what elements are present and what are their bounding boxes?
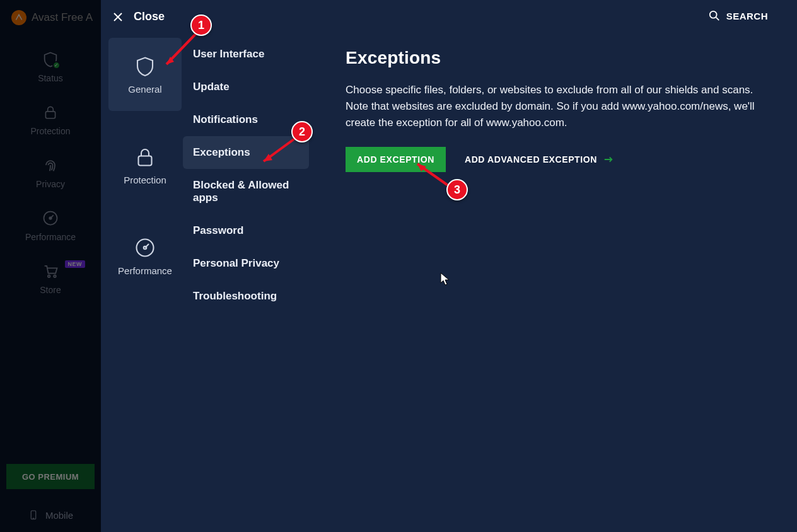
category-protection[interactable]: Protection (108, 129, 182, 202)
nav-store-label: Store (40, 285, 61, 295)
svg-rect-8 (139, 156, 152, 165)
setting-personal-privacy[interactable]: Personal Privacy (183, 247, 309, 280)
add-advanced-label: ADD ADVANCED EXCEPTION (465, 154, 597, 165)
svg-point-3 (48, 275, 50, 277)
settings-categories: General Protection Performance (101, 0, 183, 532)
add-advanced-exception-button[interactable]: ADD ADVANCED EXCEPTION (465, 154, 614, 165)
add-exception-button[interactable]: ADD EXCEPTION (346, 147, 446, 172)
nav-privacy-label: Privacy (36, 179, 65, 189)
status-ok-dot-icon: ✓ (52, 61, 61, 69)
setting-update[interactable]: Update (183, 71, 309, 103)
nav-protection-label: Protection (30, 126, 70, 136)
category-general-label: General (128, 84, 161, 95)
nav-status[interactable]: ✓ Status (0, 50, 101, 83)
close-label: Close (134, 10, 165, 23)
nav-store[interactable]: NEW Store (0, 262, 101, 295)
mobile-icon (28, 509, 39, 521)
gauge-outline-icon (134, 236, 156, 259)
category-protection-label: Protection (124, 175, 166, 185)
nav-privacy[interactable]: Privacy (0, 156, 101, 189)
app-sidebar: Avast Free A ✓ Status Protection Privacy… (0, 0, 101, 532)
settings-submenu: User Interface Update Notifications Exce… (183, 0, 314, 532)
close-button[interactable]: Close (112, 10, 165, 23)
cart-icon (42, 262, 59, 280)
avast-logo-icon (11, 10, 26, 25)
nav-performance-label: Performance (25, 232, 76, 242)
category-performance-label: Performance (118, 265, 172, 276)
nav-status-label: Status (38, 73, 63, 83)
nav-protection[interactable]: Protection (0, 103, 101, 136)
mobile-link[interactable]: Mobile (0, 509, 101, 521)
gauge-icon (42, 209, 59, 227)
app-logo-title: Avast Free A (0, 0, 101, 35)
mobile-label: Mobile (45, 510, 73, 521)
lock-outline-icon (134, 146, 156, 168)
setting-troubleshooting[interactable]: Troubleshooting (183, 280, 309, 313)
shield-outline-icon (134, 55, 156, 78)
close-icon (112, 11, 124, 23)
cursor-icon (440, 272, 450, 286)
settings-content: Exceptions Choose specific files, folder… (314, 0, 797, 532)
setting-password[interactable]: Password (183, 214, 309, 247)
annotation-marker-2: 2 (291, 121, 313, 142)
arrow-right-icon (603, 156, 614, 163)
search-icon (709, 10, 720, 21)
setting-user-interface[interactable]: User Interface (183, 38, 309, 71)
search-label: SEARCH (726, 11, 768, 21)
app-title-text: Avast Free A (32, 11, 93, 24)
category-general[interactable]: General (108, 38, 182, 111)
annotation-marker-1: 1 (190, 14, 212, 36)
content-heading: Exceptions (346, 48, 765, 68)
lock-icon (42, 104, 59, 120)
setting-notifications[interactable]: Notifications (183, 103, 309, 136)
svg-point-2 (49, 217, 52, 219)
setting-blocked-allowed[interactable]: Blocked & Allowed apps (183, 169, 309, 214)
settings-panel: Close SEARCH General Protection Performa… (101, 0, 797, 532)
go-premium-button[interactable]: GO PREMIUM (6, 464, 95, 489)
setting-exceptions[interactable]: Exceptions (183, 136, 309, 169)
svg-point-4 (54, 275, 56, 277)
search-button[interactable]: SEARCH (709, 10, 768, 21)
svg-point-7 (709, 11, 716, 18)
annotation-marker-3: 3 (446, 179, 468, 200)
fingerprint-icon (42, 156, 59, 174)
category-performance[interactable]: Performance (108, 219, 182, 292)
new-badge: NEW (65, 260, 86, 268)
content-description: Choose specific files, folders, or websi… (346, 82, 762, 130)
nav-performance[interactable]: Performance (0, 209, 101, 242)
svg-rect-0 (45, 112, 55, 119)
